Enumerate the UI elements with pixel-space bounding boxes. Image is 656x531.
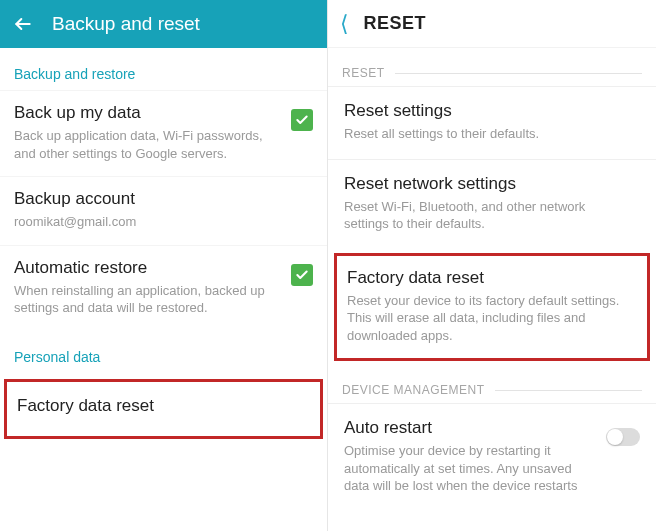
auto-restart-sub: Optimise your device by restarting it au… — [344, 442, 596, 495]
item-reset-network[interactable]: Reset network settings Reset Wi-Fi, Blue… — [328, 159, 656, 249]
back-arrow-icon[interactable] — [12, 13, 34, 35]
factory-reset-right-title: Factory data reset — [347, 268, 637, 288]
left-panel: Backup and reset Backup and restore Back… — [0, 0, 328, 531]
item-reset-settings[interactable]: Reset settings Reset all settings to the… — [328, 86, 656, 159]
auto-restart-toggle[interactable] — [606, 428, 640, 446]
factory-reset-right-sub: Reset your device to its factory default… — [347, 292, 637, 345]
reset-network-sub: Reset Wi-Fi, Bluetooth, and other networ… — [344, 198, 630, 233]
section-personal-data: Personal data — [0, 331, 327, 373]
item-factory-data-reset-right[interactable]: Factory data reset Reset your device to … — [334, 253, 650, 362]
chevron-left-icon[interactable]: ⟨ — [340, 11, 350, 37]
item-backup-account[interactable]: Backup account roomikat@gmail.com — [0, 176, 327, 245]
section-device-management: DEVICE MANAGEMENT — [328, 365, 656, 403]
left-header-title: Backup and reset — [52, 13, 200, 35]
backup-my-data-checkbox[interactable] — [291, 109, 313, 131]
auto-restart-title: Auto restart — [344, 418, 596, 438]
automatic-restore-title: Automatic restore — [14, 258, 281, 278]
right-header-title: RESET — [364, 13, 427, 34]
reset-settings-title: Reset settings — [344, 101, 630, 121]
item-backup-my-data[interactable]: Back up my data Back up application data… — [0, 90, 327, 176]
section-reset: RESET — [328, 48, 656, 86]
factory-reset-left-title: Factory data reset — [17, 396, 310, 416]
backup-my-data-title: Back up my data — [14, 103, 281, 123]
reset-settings-sub: Reset all settings to their defaults. — [344, 125, 630, 143]
item-factory-data-reset-left[interactable]: Factory data reset — [4, 379, 323, 439]
reset-network-title: Reset network settings — [344, 174, 630, 194]
divider-line — [395, 73, 642, 74]
automatic-restore-checkbox[interactable] — [291, 264, 313, 286]
right-panel: ⟨ RESET RESET Reset settings Reset all s… — [328, 0, 656, 531]
right-header: ⟨ RESET — [328, 0, 656, 48]
item-auto-restart[interactable]: Auto restart Optimise your device by res… — [328, 403, 656, 511]
backup-my-data-sub: Back up application data, Wi-Fi password… — [14, 127, 281, 162]
divider-line — [495, 390, 642, 391]
left-header: Backup and reset — [0, 0, 327, 48]
section-backup-restore: Backup and restore — [0, 48, 327, 90]
item-automatic-restore[interactable]: Automatic restore When reinstalling an a… — [0, 245, 327, 331]
section-reset-label: RESET — [342, 66, 385, 80]
backup-account-sub: roomikat@gmail.com — [14, 213, 303, 231]
section-device-label: DEVICE MANAGEMENT — [342, 383, 485, 397]
automatic-restore-sub: When reinstalling an application, backed… — [14, 282, 281, 317]
backup-account-title: Backup account — [14, 189, 303, 209]
